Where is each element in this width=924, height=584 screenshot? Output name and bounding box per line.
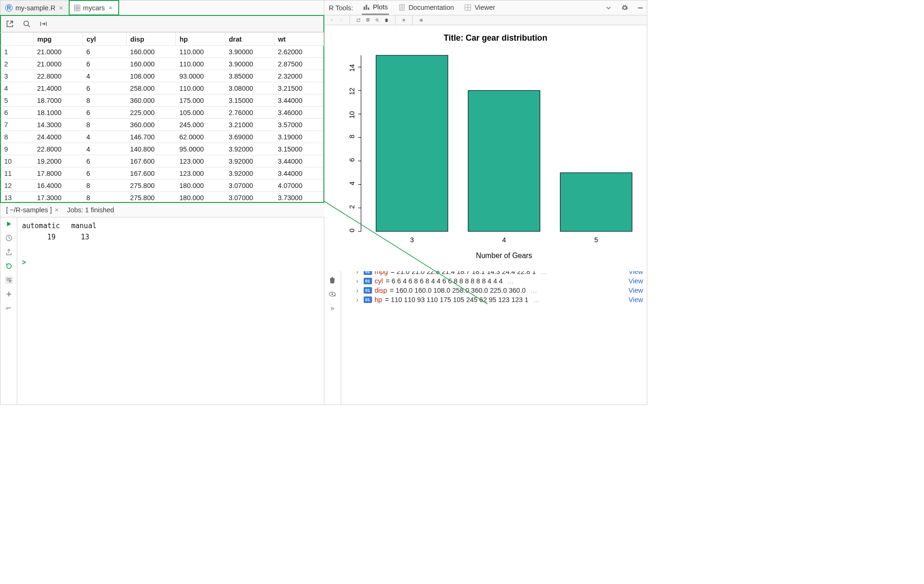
env-view-link[interactable]: View bbox=[625, 287, 643, 294]
table-row[interactable]: 1216.40008275.800180.0003.070004.07000 bbox=[0, 180, 323, 192]
table-row[interactable]: 1317.30008275.800180.0003.070003.73000 bbox=[0, 192, 323, 203]
cell-mpg[interactable]: 14.3000 bbox=[33, 119, 82, 131]
data-table[interactable]: mpg cyl disp hp drat wt 121.00006160.000… bbox=[0, 32, 324, 202]
cell-cyl[interactable]: 4 bbox=[83, 143, 127, 155]
cell-mpg[interactable]: 21.0000 bbox=[33, 58, 82, 70]
cell-cyl[interactable]: 8 bbox=[83, 180, 127, 192]
cell-drat[interactable]: 2.76000 bbox=[225, 107, 274, 119]
nav-forward-icon[interactable] bbox=[337, 16, 345, 24]
cell-wt[interactable]: 3.44000 bbox=[274, 94, 323, 107]
cell-wt[interactable]: 3.19000 bbox=[274, 131, 323, 143]
cell-drat[interactable]: 3.92000 bbox=[225, 155, 274, 167]
soft-wrap-icon[interactable] bbox=[5, 276, 13, 284]
close-icon[interactable]: × bbox=[55, 206, 58, 214]
cell-disp[interactable]: 160.000 bbox=[126, 46, 175, 58]
cell-drat[interactable]: 3.07000 bbox=[225, 180, 274, 192]
cell-i[interactable]: 11 bbox=[0, 167, 33, 180]
more-icon[interactable]: » bbox=[329, 304, 336, 312]
col-index[interactable] bbox=[0, 33, 33, 46]
cell-wt[interactable]: 3.21500 bbox=[274, 82, 323, 94]
cell-wt[interactable]: 3.44000 bbox=[274, 167, 323, 180]
cell-drat[interactable]: 3.69000 bbox=[225, 131, 274, 143]
cell-hp[interactable]: 175.000 bbox=[176, 94, 225, 107]
console-tab[interactable]: [ ~/R-samples ] × bbox=[6, 206, 58, 214]
table-row[interactable]: 618.10006225.000105.0002.760003.46000 bbox=[0, 107, 323, 119]
cell-drat[interactable]: 3.90000 bbox=[225, 46, 274, 58]
cell-mpg[interactable]: 22.8000 bbox=[33, 143, 82, 155]
cell-disp[interactable]: 167.600 bbox=[126, 155, 175, 167]
col-cyl[interactable]: cyl bbox=[83, 33, 127, 46]
cell-cyl[interactable]: 4 bbox=[83, 70, 127, 82]
table-row[interactable]: 824.40004146.70062.00003.690003.19000 bbox=[0, 131, 323, 143]
table-row[interactable]: 421.40006258.000110.0003.080003.21500 bbox=[0, 82, 323, 94]
cell-mpg[interactable]: 22.8000 bbox=[33, 70, 82, 82]
cell-i[interactable]: 10 bbox=[0, 155, 33, 167]
cell-mpg[interactable]: 24.4000 bbox=[33, 131, 82, 143]
cell-wt[interactable]: 3.44000 bbox=[274, 155, 323, 167]
gear-icon[interactable] bbox=[621, 4, 628, 12]
cell-wt[interactable]: 3.15000 bbox=[274, 143, 323, 155]
visibility-icon[interactable] bbox=[329, 290, 336, 298]
cell-hp[interactable]: 180.000 bbox=[176, 180, 225, 192]
cell-cyl[interactable]: 4 bbox=[83, 131, 127, 143]
table-row[interactable]: 714.30008360.000245.0003.210003.57000 bbox=[0, 119, 323, 131]
cell-i[interactable]: 4 bbox=[0, 82, 33, 94]
search-icon[interactable] bbox=[23, 20, 30, 28]
cell-cyl[interactable]: 6 bbox=[83, 82, 127, 94]
cell-i[interactable]: 9 bbox=[0, 143, 33, 155]
cell-cyl[interactable]: 6 bbox=[83, 107, 127, 119]
cell-disp[interactable]: 108.000 bbox=[126, 70, 175, 82]
table-row[interactable]: 1019.20006167.600123.0003.920003.44000 bbox=[0, 155, 323, 167]
gear-icon[interactable] bbox=[417, 16, 425, 24]
cell-i[interactable]: 6 bbox=[0, 107, 33, 119]
cell-wt[interactable]: 2.62000 bbox=[274, 46, 323, 58]
console-output[interactable]: automatic manual 19 13 > bbox=[17, 217, 324, 404]
cell-hp[interactable]: 105.000 bbox=[176, 107, 225, 119]
cell-disp[interactable]: 167.600 bbox=[126, 167, 175, 180]
rtab-documentation[interactable]: Documentation bbox=[397, 0, 455, 15]
open-external-icon[interactable] bbox=[355, 16, 362, 24]
cell-drat[interactable]: 3.08000 bbox=[225, 82, 274, 94]
cell-i[interactable]: 13 bbox=[0, 192, 33, 203]
export-icon[interactable] bbox=[5, 248, 13, 256]
cell-wt[interactable]: 3.73000 bbox=[274, 192, 323, 203]
cell-disp[interactable]: 258.000 bbox=[126, 82, 175, 94]
cell-cyl[interactable]: 6 bbox=[83, 167, 127, 180]
env-var-disp[interactable]: › 01 disp = 160.0 160.0 108.0 258.0 360.… bbox=[341, 286, 647, 295]
cell-hp[interactable]: 110.000 bbox=[176, 58, 225, 70]
cell-mpg[interactable]: 21.4000 bbox=[33, 82, 82, 94]
table-row[interactable]: 1117.80006167.600123.0003.920003.44000 bbox=[0, 167, 323, 180]
env-var-cyl[interactable]: › 01 cyl = 6 6 4 6 8 6 8 4 4 6 6 8 8 8 8… bbox=[341, 276, 647, 286]
cell-mpg[interactable]: 16.4000 bbox=[33, 180, 82, 192]
more-icon[interactable]: » bbox=[5, 304, 13, 312]
cell-drat[interactable]: 3.90000 bbox=[225, 58, 274, 70]
cell-hp[interactable]: 110.000 bbox=[176, 46, 225, 58]
open-external-icon[interactable] bbox=[6, 20, 14, 28]
cell-hp[interactable]: 93.0000 bbox=[176, 70, 225, 82]
cell-drat[interactable]: 3.21000 bbox=[225, 119, 274, 131]
cell-disp[interactable]: 360.000 bbox=[126, 94, 175, 107]
tab-mycars[interactable]: mycars × bbox=[69, 0, 119, 15]
cell-hp[interactable]: 123.000 bbox=[176, 155, 225, 167]
cell-cyl[interactable]: 6 bbox=[83, 155, 127, 167]
cell-i[interactable]: 5 bbox=[0, 94, 33, 107]
cell-hp[interactable]: 95.0000 bbox=[176, 143, 225, 155]
cell-disp[interactable]: 275.800 bbox=[126, 180, 175, 192]
cell-cyl[interactable]: 8 bbox=[83, 119, 127, 131]
cell-cyl[interactable]: 6 bbox=[83, 58, 127, 70]
trash-icon[interactable] bbox=[383, 16, 390, 24]
cell-drat[interactable]: 3.15000 bbox=[225, 94, 274, 107]
col-wt[interactable]: wt bbox=[274, 33, 323, 46]
close-icon[interactable]: × bbox=[58, 4, 64, 12]
cell-i[interactable]: 2 bbox=[0, 58, 33, 70]
cell-i[interactable]: 7 bbox=[0, 119, 33, 131]
history-icon[interactable] bbox=[5, 234, 13, 242]
add-icon[interactable] bbox=[5, 290, 13, 298]
table-row[interactable]: 221.00006160.000110.0003.900002.87500 bbox=[0, 58, 323, 70]
table-row[interactable]: 518.70008360.000175.0003.150003.44000 bbox=[0, 94, 323, 107]
chevron-down-icon[interactable] bbox=[605, 4, 612, 12]
cell-mpg[interactable]: 21.0000 bbox=[33, 46, 82, 58]
cell-wt[interactable]: 3.57000 bbox=[274, 119, 323, 131]
col-disp[interactable]: disp bbox=[126, 33, 175, 46]
cell-mpg[interactable]: 19.2000 bbox=[33, 155, 82, 167]
